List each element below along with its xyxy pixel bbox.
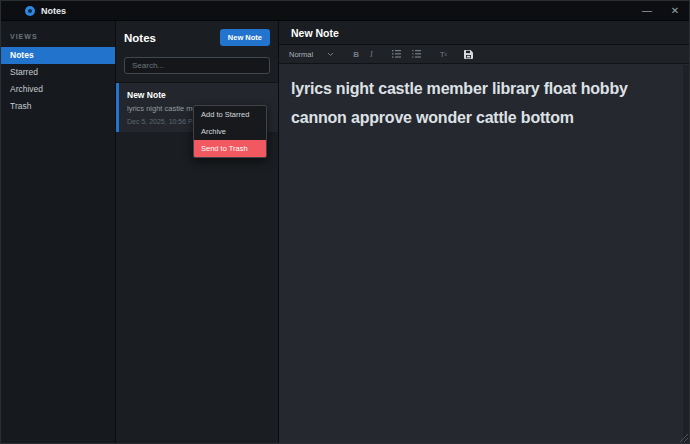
app-window: Notes — ✕ VIEWS Notes Starred Archived T… (0, 0, 690, 444)
window-controls: — ✕ (633, 1, 689, 20)
note-body-line: lyrics night castle member library float… (291, 74, 673, 103)
window-resize-grip[interactable] (679, 433, 688, 442)
sidebar-item-archived[interactable]: Archived (1, 81, 115, 98)
sidebar-item-notes[interactable]: Notes (1, 47, 115, 64)
bold-icon[interactable]: B (353, 50, 359, 59)
menu-item-send-to-trash[interactable]: Send to Trash (194, 140, 266, 157)
titlebar-title: Notes (41, 6, 66, 16)
titlebar: Notes — ✕ (1, 1, 689, 21)
sidebar-section-label: VIEWS (1, 33, 115, 47)
search-container (116, 52, 278, 82)
menu-item-add-to-starred[interactable]: Add to Starred (194, 106, 266, 123)
chevron-down-icon[interactable] (327, 52, 334, 57)
search-input[interactable] (124, 57, 270, 74)
note-item-title: New Note (127, 90, 270, 100)
editor-header: New Note (279, 21, 689, 45)
save-icon[interactable] (464, 50, 473, 59)
editor-note-title: New Note (291, 27, 339, 39)
notes-list-panel: Notes New Note New Note lyrics night cas… (115, 21, 279, 443)
sidebar-item-starred[interactable]: Starred (1, 64, 115, 81)
note-context-menu: Add to Starred Archive Send to Trash (193, 105, 267, 158)
new-note-button[interactable]: New Note (220, 29, 270, 46)
note-body-line: cannon approve wonder cattle bottom (291, 103, 673, 132)
paragraph-style-selector[interactable]: Normal (289, 50, 313, 59)
editor-scrollbar[interactable] (683, 65, 689, 443)
editor-toolbar: Normal B I Tx (279, 45, 689, 64)
notes-panel-title: Notes (124, 32, 156, 44)
app-body: VIEWS Notes Starred Archived Trash Notes… (1, 21, 689, 443)
numbered-list-icon[interactable] (412, 50, 421, 58)
app-icon (25, 6, 35, 16)
editor-pane: New Note Normal B I Tx (279, 21, 689, 443)
sidebar: VIEWS Notes Starred Archived Trash (1, 21, 115, 443)
notes-panel-header: Notes New Note (116, 21, 278, 52)
bullet-list-icon[interactable] (392, 50, 401, 58)
editor-content[interactable]: lyrics night castle member library float… (279, 64, 689, 443)
minimize-icon[interactable]: — (633, 1, 661, 20)
italic-icon[interactable]: I (370, 50, 373, 59)
sidebar-item-trash[interactable]: Trash (1, 98, 115, 115)
menu-item-archive[interactable]: Archive (194, 123, 266, 140)
close-icon[interactable]: ✕ (661, 1, 689, 20)
clear-format-icon[interactable]: Tx (440, 50, 447, 59)
